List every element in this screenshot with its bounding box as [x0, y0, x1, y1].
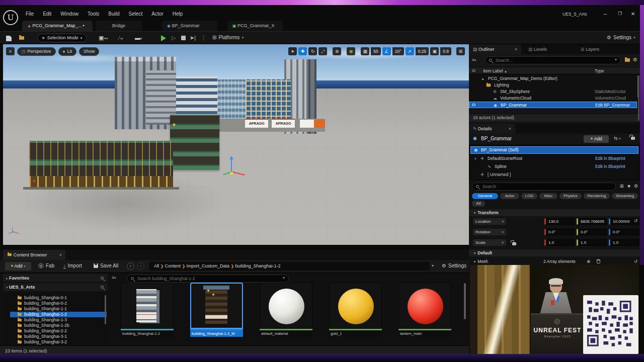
location-x-field[interactable]: 130.0	[544, 218, 575, 225]
cinematics-dropdown[interactable]: ▬▾	[135, 35, 142, 41]
menu-actor[interactable]: Actor	[147, 10, 168, 18]
asset-tile-building-mesh[interactable]: building_Shanghai-1-2	[121, 283, 174, 340]
category-lod[interactable]: LOD	[521, 193, 537, 199]
outliner-row-volumetriccloud[interactable]: ☁ VolumetricCloud VolumetricCloud	[469, 95, 637, 102]
outliner-row-partial[interactable]	[469, 109, 637, 113]
mesh-array-row[interactable]: ▼ Mesh 2 Array elements ⊕ ↺	[469, 257, 640, 265]
rotation-dropdown[interactable]: Rotation ▾	[473, 229, 506, 235]
asset-tile-gold-material[interactable]: gold_1	[329, 283, 382, 340]
breadcrumb-current-folder[interactable]: building_Shanghai-1-2	[235, 263, 280, 268]
component-unnamed[interactable]: ✛ [ Unnamed ]	[470, 171, 638, 178]
show-dropdown[interactable]: Show	[79, 47, 100, 56]
category-misc[interactable]: Misc	[539, 193, 557, 199]
folder-building-shanghai-0-1[interactable]: building_Shanghai-0-1	[10, 295, 107, 301]
rotation-x-field[interactable]: 0.0°	[544, 229, 575, 235]
folder-building-shanghai-1-1[interactable]: building_Shanghai-1-1	[10, 306, 107, 312]
menu-window[interactable]: Window	[56, 10, 83, 18]
menu-file[interactable]: File	[21, 10, 38, 18]
play-options-kebab-icon[interactable]: ⋮	[201, 35, 206, 41]
column-item-label[interactable]: Item Label ▲	[483, 67, 507, 75]
tab-details[interactable]: ✎ Details ×	[469, 124, 515, 134]
tab-bridge[interactable]: Bridge	[96, 21, 142, 31]
rotation-y-field[interactable]: 0.0°	[577, 229, 607, 235]
lit-dropdown[interactable]: ●Lit	[58, 47, 76, 56]
maximize-button[interactable]: ❐	[618, 11, 622, 16]
close-icon[interactable]: ×	[509, 124, 511, 134]
menu-build[interactable]: Build	[104, 10, 124, 18]
menu-tools[interactable]: Tools	[83, 10, 104, 18]
cb-settings-dropdown[interactable]: ⚙Settings	[442, 263, 466, 268]
location-y-field[interactable]: 6826.766695	[577, 218, 607, 225]
back-icon[interactable]: ‹	[127, 262, 134, 270]
chevron-down-icon[interactable]: ▾	[283, 276, 285, 280]
camera-speed-value[interactable]: 0.9	[440, 47, 451, 55]
folder-building-shanghai-1-2b[interactable]: building_Shanghai-1-2b	[10, 323, 107, 328]
asset-tile-lantern-material[interactable]: lantern_main	[398, 283, 451, 340]
close-button[interactable]: ✕	[631, 11, 635, 17]
import-button[interactable]: ↓Import	[63, 263, 82, 268]
outliner-search-box[interactable]: ▾	[485, 56, 621, 64]
details-search-box[interactable]	[472, 183, 616, 191]
category-all[interactable]: All	[472, 201, 485, 207]
camera-speed-icon[interactable]: ▣	[430, 47, 439, 55]
cb-search-box[interactable]: ▾	[127, 275, 289, 283]
surface-snap-icon[interactable]: ◉	[347, 47, 355, 55]
grid-snap-value[interactable]: 50	[371, 47, 380, 55]
scale-lock-icon[interactable]	[512, 242, 516, 245]
perspective-dropdown[interactable]: ◳Perspective	[17, 47, 56, 56]
search-icon[interactable]	[101, 277, 104, 280]
menu-help[interactable]: Help	[168, 10, 188, 18]
eject-button[interactable]: ➤|	[190, 35, 196, 41]
filter-icon[interactable]: ≡▾	[472, 57, 476, 62]
cb-search-input[interactable]	[137, 275, 276, 282]
breadcrumb-content[interactable]: Content	[165, 263, 181, 268]
menu-select[interactable]: Select	[124, 10, 147, 18]
new-folder-icon[interactable]	[625, 58, 630, 62]
search-icon[interactable]	[101, 286, 104, 289]
component-spline[interactable]: ∿ Spline Edit in Blueprint	[470, 163, 638, 170]
save-all-button[interactable]: Save All	[94, 263, 118, 268]
tab-bp-grammar[interactable]: ◉ BP_Grammar	[162, 21, 217, 31]
outliner-row-lighting[interactable]: Lighting	[469, 82, 637, 88]
add-actor-button[interactable]: ▣+▾	[99, 35, 108, 41]
play-button[interactable]	[161, 35, 166, 41]
panel-scrollbar[interactable]	[638, 75, 639, 121]
rotation-snap-icon[interactable]: ∠	[382, 47, 391, 55]
folder-building-shanghai-2-2[interactable]: building_Shanghai-2-2	[10, 328, 107, 334]
chevron-down-icon[interactable]: ▾	[615, 57, 617, 62]
rotation-z-field[interactable]: 0.0°	[609, 229, 639, 235]
menu-edit[interactable]: Edit	[38, 10, 56, 18]
component-defaultsceneroot[interactable]: ▾ ✛ DefaultSceneRoot Edit in Blueprint	[470, 155, 638, 162]
outliner-row-skysphere[interactable]: ⚙ SM_SkySphere StaticMeshActor	[469, 88, 637, 95]
stop-button[interactable]	[181, 36, 186, 40]
tab-content-browser[interactable]: Content Browser ×	[3, 250, 65, 260]
category-actor[interactable]: Actor	[500, 193, 519, 199]
select-tool-icon[interactable]: ➤	[288, 47, 297, 55]
tab-pcg-grammar-x[interactable]: ▣ PCG_Grammar_X	[227, 21, 283, 31]
close-icon[interactable]: ×	[515, 44, 517, 54]
forward-icon[interactable]: ›	[137, 262, 144, 270]
clear-array-icon[interactable]	[597, 259, 600, 263]
transform-gizmo[interactable]	[225, 159, 247, 183]
edit-in-blueprint-link[interactable]: Edit in Blueprint	[595, 155, 625, 162]
rotate-tool-icon[interactable]: ↻	[308, 47, 317, 55]
favorites-star-icon[interactable]: ★	[627, 184, 631, 189]
breadcrumb-import-custom-data[interactable]: Import_Custom_Data	[186, 263, 229, 268]
outliner-settings-gear-icon[interactable]: ⚙	[633, 57, 637, 62]
fab-button[interactable]: fFab	[38, 263, 54, 268]
scale-z-field[interactable]: 1.0	[609, 239, 639, 246]
viewport-menu-icon[interactable]: ≡	[6, 47, 15, 55]
path-chevron-icon[interactable]: ▾	[432, 263, 434, 268]
selection-mode-dropdown[interactable]: ➤ Selection Mode ▾	[37, 34, 87, 42]
tab-pcg-grammar-map[interactable]: ▲ PCG_Grammar_Map_... •	[22, 21, 93, 31]
scale-y-field[interactable]: 1.0	[577, 239, 607, 246]
convert-actor-icon[interactable]: ⇆ ▾	[614, 136, 621, 141]
transform-section-header[interactable]: ▼ Transform	[469, 209, 640, 216]
edit-in-blueprint-link[interactable]: Edit in Blueprint	[595, 163, 625, 170]
scale-snap-value[interactable]: 0.25	[416, 47, 429, 55]
level-viewport[interactable]: WackyDonuts APRAGO APRAGO	[3, 44, 469, 245]
category-general[interactable]: General	[472, 193, 498, 199]
category-rendering[interactable]: Rendering	[584, 193, 610, 199]
folder-building-shanghai-0-2[interactable]: building_Shanghai-0-2	[10, 301, 107, 306]
outliner-search-input[interactable]	[496, 57, 609, 64]
